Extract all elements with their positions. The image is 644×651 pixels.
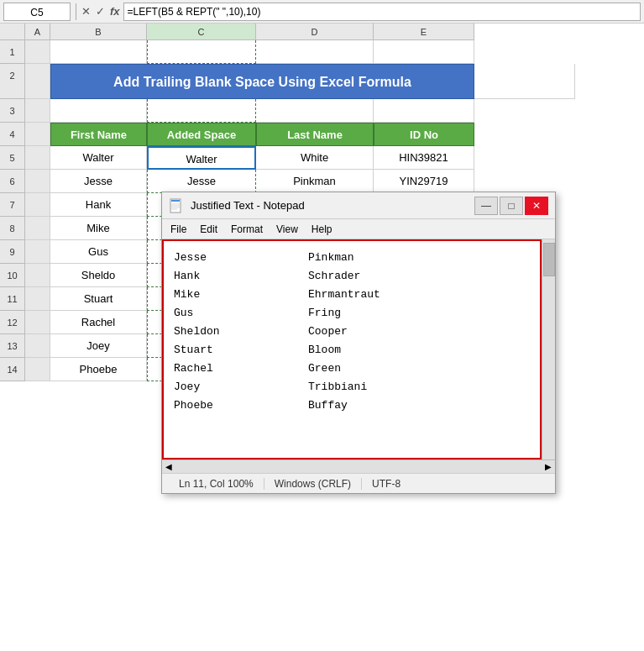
close-button[interactable]: ✕ [525, 197, 548, 215]
cell-c5[interactable]: Walter [147, 146, 256, 170]
notepad-window[interactable]: Justified Text - Notepad — □ ✕ File Edit… [161, 192, 556, 494]
notepad-titlebar: Justified Text - Notepad — □ ✕ [162, 192, 555, 219]
col-header-d[interactable]: D [256, 24, 374, 40]
hscroll-right[interactable]: ▶ [542, 462, 555, 471]
notepad-row: Stuart Bloom [174, 340, 530, 359]
menu-edit[interactable]: Edit [195, 222, 223, 237]
hscroll-left[interactable]: ◀ [162, 462, 175, 471]
notepad-row: Joey Tribbiani [174, 377, 530, 396]
col-header-a[interactable]: A [25, 24, 50, 40]
cell-a4 [25, 123, 50, 146]
cell-a12 [25, 311, 50, 334]
cell-a3 [25, 99, 50, 123]
cell-c4[interactable]: Added Space [147, 123, 256, 146]
cell-b14[interactable]: Phoebe [50, 358, 147, 381]
notepad-last-name: Cooper [308, 325, 348, 338]
cell-c6[interactable]: Jesse [147, 170, 256, 193]
col-header-e[interactable]: E [374, 24, 474, 40]
cell-d4[interactable]: Last Name [256, 123, 374, 146]
cell-e6[interactable]: YIN29719 [374, 170, 474, 193]
formula-divider [76, 3, 76, 20]
cell-b10[interactable]: Sheldo [50, 264, 147, 287]
cell-b13[interactable]: Joey [50, 334, 147, 358]
cell-d5[interactable]: White [256, 146, 374, 170]
row-num-2: 2 [0, 64, 25, 99]
notepad-title: Justified Text - Notepad [191, 199, 468, 212]
notepad-first-name: Jesse [174, 251, 308, 264]
row-num-8: 8 [0, 217, 25, 240]
notepad-last-name: Schrader [308, 270, 360, 282]
cell-e3[interactable] [374, 99, 474, 123]
cell-b3[interactable] [50, 99, 147, 123]
row-num-1: 1 [0, 40, 25, 64]
cell-d3[interactable] [256, 99, 374, 123]
cell-e5[interactable]: HIN39821 [374, 146, 474, 170]
cell-reference-box[interactable]: C5 [3, 3, 71, 21]
notepad-last-name: Tribbiani [308, 381, 367, 393]
notepad-first-name: Rachel [174, 362, 308, 375]
cell-b12[interactable]: Rachel [50, 311, 147, 334]
svg-rect-1 [171, 200, 180, 202]
title-cell: Add Trailing Blank Space Using Excel For… [50, 64, 474, 99]
notepad-hscroll: ◀ ▶ [162, 459, 555, 473]
cancel-icon[interactable]: ✕ [81, 5, 91, 18]
cell-a5 [25, 146, 50, 170]
cell-b1[interactable] [50, 40, 147, 64]
cell-b7[interactable]: Hank [50, 193, 147, 217]
confirm-icon[interactable]: ✓ [96, 5, 105, 18]
cell-b6[interactable]: Jesse [50, 170, 147, 193]
cell-d6[interactable]: Pinkman [256, 170, 374, 193]
row-3: 3 [0, 99, 644, 123]
cell-b5[interactable]: Walter [50, 146, 147, 170]
cell-a1 [25, 40, 50, 64]
menu-format[interactable]: Format [226, 222, 268, 237]
notepad-statusbar: Ln 11, Col 100% Windows (CRLF) UTF-8 [162, 473, 555, 493]
cell-e4[interactable]: ID No [374, 123, 474, 146]
row-num-3: 3 [0, 99, 25, 123]
cell-e2[interactable] [474, 64, 575, 99]
row-num-13: 13 [0, 334, 25, 358]
notepad-window-controls: — □ ✕ [474, 197, 548, 215]
notepad-row: Sheldon Cooper [174, 322, 530, 340]
notepad-first-name: Sheldon [174, 325, 308, 338]
row-num-11: 11 [0, 287, 25, 311]
menu-file[interactable]: File [165, 222, 191, 237]
notepad-last-name: Bloom [308, 344, 341, 356]
col-header-b[interactable]: B [50, 24, 147, 40]
status-position: Ln 11, Col 100% [169, 478, 264, 490]
notepad-row: Mike Ehrmantraut [174, 285, 530, 303]
menu-help[interactable]: Help [306, 222, 338, 237]
status-charset: UTF-8 [362, 478, 411, 490]
cell-a2 [25, 64, 50, 99]
row-num-5: 5 [0, 146, 25, 170]
cell-b9[interactable]: Gus [50, 240, 147, 264]
formula-input[interactable] [123, 3, 641, 21]
cell-c3[interactable] [147, 99, 256, 123]
notepad-content[interactable]: Jesse Pinkman Hank Schrader Mike Ehrmant… [162, 239, 542, 459]
status-encoding: Windows (CRLF) [264, 478, 362, 490]
notepad-last-name: Ehrmantraut [308, 288, 380, 301]
notepad-last-name: Fring [308, 307, 341, 319]
row-2: 2 Add Trailing Blank Space Using Excel F… [0, 64, 644, 99]
cell-d1[interactable] [256, 40, 374, 64]
notepad-first-name: Hank [174, 270, 308, 282]
row-num-7: 7 [0, 193, 25, 217]
col-header-c[interactable]: C [147, 24, 256, 40]
notepad-first-name: Gus [174, 307, 308, 319]
row-num-9: 9 [0, 240, 25, 264]
notepad-scrollbar[interactable] [542, 239, 555, 459]
cell-b8[interactable]: Mike [50, 217, 147, 240]
minimize-button[interactable]: — [474, 197, 498, 215]
cell-a10 [25, 264, 50, 287]
scrollbar-thumb[interactable] [543, 243, 555, 276]
cell-c1[interactable] [147, 40, 256, 64]
maximize-button[interactable]: □ [500, 197, 523, 215]
menu-view[interactable]: View [271, 222, 303, 237]
fx-icon[interactable]: fx [110, 5, 120, 18]
notepad-last-name: Green [308, 362, 341, 375]
cell-b11[interactable]: Stuart [50, 287, 147, 311]
cell-a6 [25, 170, 50, 193]
formula-bar: C5 ✕ ✓ fx [0, 0, 644, 24]
cell-b4[interactable]: First Name [50, 123, 147, 146]
cell-e1[interactable] [374, 40, 474, 64]
